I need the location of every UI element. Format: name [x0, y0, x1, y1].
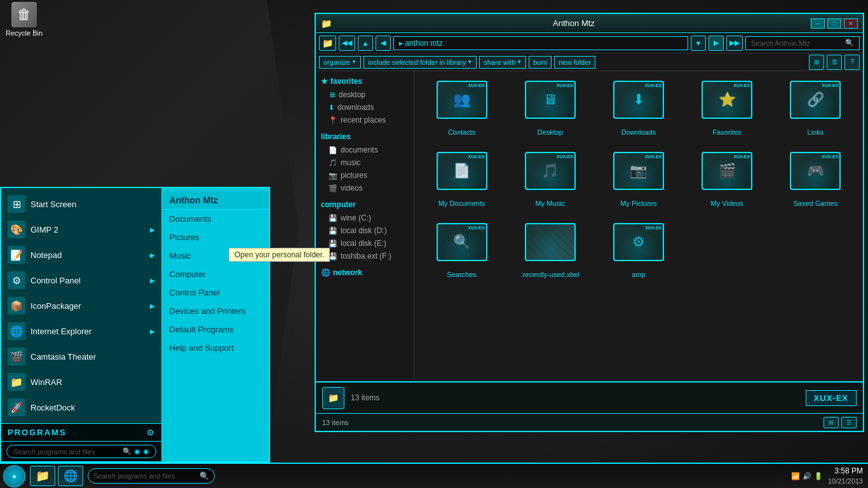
nav-left-arrows[interactable]: ◀◀: [339, 36, 355, 51]
programs-label: PROGRAMS: [8, 428, 67, 437]
folder-my-music-icon: XUX-EX 🎵: [525, 152, 576, 196]
start-item-gimp[interactable]: 🎨 GIMP 2 ▶: [1, 217, 161, 242]
help-btn[interactable]: ?: [844, 55, 860, 70]
start-right-pictures[interactable]: Pictures: [162, 228, 269, 247]
folder-amp-label: amp: [632, 271, 645, 278]
folder-my-music[interactable]: XUX-EX 🎵 My Music: [509, 149, 591, 210]
sidebar-wine-label: wine (C:): [341, 214, 371, 222]
sidebar-item-recent-places[interactable]: 📍 recent places: [316, 114, 414, 126]
close-button[interactable]: ✕: [844, 18, 858, 29]
folder-saved-games-label: Saved Games: [794, 200, 838, 207]
nav-go-btn[interactable]: ▶: [709, 36, 724, 51]
nav-icon-btn[interactable]: 📁: [319, 36, 336, 51]
sidebar-music-icon: 🎵: [329, 159, 337, 167]
minimize-button[interactable]: ─: [811, 18, 825, 29]
sidebar-item-disk-e[interactable]: 💾 local disk (E:): [316, 237, 414, 250]
nav-back-btn[interactable]: ◀: [376, 36, 391, 51]
start-item-winrar[interactable]: 📁 WinRAR: [1, 369, 161, 395]
sidebar-item-videos[interactable]: 🎬 videos: [316, 182, 414, 194]
view-list-btn[interactable]: ☰: [827, 55, 842, 70]
nav-right-arrows[interactable]: ▶▶: [726, 36, 743, 51]
sidebar-item-disk-d[interactable]: 💾 local disk (D:): [316, 224, 414, 237]
file-recently-used-label: .recently-used.xbel: [521, 271, 580, 278]
folder-contacts[interactable]: XUX-EX 👥 Contacts: [421, 78, 503, 139]
folder-tab: [618, 223, 637, 224]
taskbar-search-bar[interactable]: Search programs and files 🔍: [88, 468, 215, 484]
folder-tab: [529, 81, 548, 82]
folder-downloads[interactable]: XUX-EX ⬇ Downloads: [597, 78, 679, 139]
nav-up-btn[interactable]: ▲: [358, 36, 373, 51]
folder-saved-games[interactable]: XUX-EX 🎮 Saved Games: [775, 149, 857, 210]
links-glyph: 🔗: [807, 92, 824, 108]
share-with-button[interactable]: share with ▼: [479, 56, 526, 69]
taskbar-chrome-button[interactable]: 🌐: [58, 466, 83, 486]
address-dropdown-btn[interactable]: ▼: [691, 36, 706, 51]
address-bar[interactable]: ▸ anthon mtz: [393, 36, 688, 50]
search-bar[interactable]: Search Anthon Mtz 🔍: [745, 36, 860, 50]
start-item-iconpackager[interactable]: 📦 IconPackager ▶: [1, 293, 161, 318]
new-folder-button[interactable]: new folder: [554, 56, 595, 69]
start-right-computer[interactable]: Computer: [162, 265, 269, 283]
start-item-notepad[interactable]: 📝 Notepad ▶: [1, 242, 161, 268]
sidebar-item-music[interactable]: 🎵 music: [316, 156, 414, 169]
maximize-button[interactable]: □: [827, 18, 841, 29]
share-label: share with: [484, 58, 515, 66]
folder-links[interactable]: XUX-EX 🔗 Links: [775, 78, 857, 139]
organize-button[interactable]: organize ▼: [319, 56, 361, 69]
folder-my-pictures[interactable]: XUX-EX 📷 My Pictures: [597, 149, 679, 210]
folder-desktop[interactable]: XUX-EX 🖥 Desktop: [509, 78, 591, 139]
explorer-icon: 📁: [321, 18, 332, 29]
sidebar-item-documents[interactable]: 📄 documents: [316, 144, 414, 156]
sidebar-item-wine[interactable]: 💾 wine (C:): [316, 212, 414, 224]
control-panel-label: Control Panel: [31, 276, 81, 285]
include-folder-button[interactable]: include selected folder in library ▼: [363, 56, 477, 69]
start-right-default-programs[interactable]: Default Programs: [162, 320, 269, 339]
burn-button[interactable]: burn: [529, 56, 552, 69]
start-item-camtasia[interactable]: 🎬 Camtasia Theater: [1, 344, 161, 369]
notepad-arrow-icon: ▶: [150, 252, 155, 259]
folder-my-pictures-icon: XUX-EX 📷: [613, 152, 664, 196]
start-right-control-panel[interactable]: Control Panel: [162, 283, 269, 302]
start-right-devices-printers[interactable]: Devices and Printers: [162, 302, 269, 320]
folder-my-videos-label: My Videos: [711, 200, 743, 207]
programs-bar[interactable]: PROGRAMS ⊙: [1, 423, 161, 441]
start-right-documents[interactable]: Documents: [162, 210, 269, 228]
folder-searches-icon: XUX-EX 🔍: [437, 223, 487, 268]
start-item-rocketdock[interactable]: 🚀 RocketDock: [1, 395, 161, 420]
taskbar-explorer-button[interactable]: 📁: [30, 466, 55, 486]
start-item-start-screen[interactable]: ⊞ Start Screen: [1, 191, 161, 217]
taskbar: ● 📁 🌐 Search programs and files 🔍 📶 🔊 🔋 …: [0, 463, 868, 488]
folder-grid-row2: XUX-EX 📄 My Documents XUX-EX 🎵: [421, 149, 857, 210]
sidebar-item-downloads[interactable]: ⬇ downloads: [316, 101, 414, 114]
start-user-name[interactable]: Anthon Mtz: [162, 191, 269, 210]
status-view-btn2[interactable]: ☰: [841, 417, 857, 428]
folder-my-documents[interactable]: XUX-EX 📄 My Documents: [421, 149, 503, 210]
folder-favorites[interactable]: XUX-EX ⭐ Favorites: [686, 78, 768, 139]
sidebar-item-pictures[interactable]: 📷 pictures: [316, 169, 414, 182]
sidebar-item-toshiba[interactable]: 💾 toshiba ext (F:): [316, 250, 414, 262]
start-item-ie[interactable]: 🌐 Internet Explorer ▶: [1, 318, 161, 344]
folder-searches[interactable]: XUX-EX 🔍 Searches: [421, 220, 503, 281]
folder-links-icon: XUX-EX 🔗: [790, 81, 841, 125]
sidebar-network-header: 🌐 network: [316, 266, 414, 280]
sidebar-computer-header: computer: [316, 198, 414, 212]
status-bar: 13 items ⊞ ☰: [316, 413, 863, 431]
taskbar-clock: 3:58 PM 10/21/2013: [828, 466, 863, 486]
folder-links-label: Links: [808, 128, 824, 136]
start-right-help-support[interactable]: Help and Support: [162, 339, 269, 357]
clock-time: 3:58 PM: [828, 466, 863, 477]
winrar-label: WinRAR: [31, 377, 62, 387]
status-view-btn1[interactable]: ⊞: [824, 417, 839, 428]
recycle-bin-icon[interactable]: Recycle Bin: [2, 2, 46, 37]
file-recently-used[interactable]: .recently-used.xbel: [509, 220, 591, 281]
start-item-control-panel[interactable]: ⚙ Control Panel ▶: [1, 268, 161, 293]
start-button[interactable]: ●: [3, 465, 25, 487]
view-toggle-btn[interactable]: ⊞: [809, 55, 824, 70]
network-label: network: [333, 268, 362, 277]
sidebar-item-desktop[interactable]: 🖥 desktop: [316, 88, 414, 101]
search-programs-input[interactable]: Search programs and files 🔍 ◉ ◉: [6, 445, 156, 458]
folder-my-videos[interactable]: XUX-EX 🎬 My Videos: [686, 149, 768, 210]
iconpackager-label: IconPackager: [31, 301, 81, 311]
folder-desktop-body: XUX-EX 🖥: [525, 81, 576, 119]
folder-amp[interactable]: XUX-EX ⚙ amp: [597, 220, 679, 281]
